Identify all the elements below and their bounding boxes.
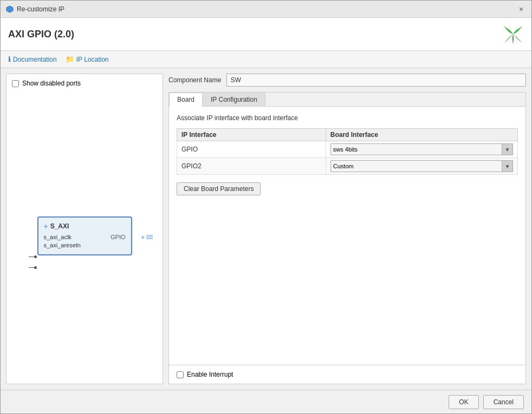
component-name-input[interactable] (226, 74, 526, 87)
main-content: Show disabled ports + (1, 68, 531, 390)
table-row: GPIO2 Custom sws 4bits ▼ (177, 158, 518, 175)
ip-location-link[interactable]: 📁 IP Location (66, 55, 109, 63)
app-header: AXI GPIO (2.0) (1, 18, 531, 51)
tab-board-content: Associate IP interface with board interf… (169, 107, 525, 365)
ok-button[interactable]: OK (449, 395, 478, 409)
ip-block-name: S_AXI (50, 222, 69, 230)
ip-interface-cell-gpio: GPIO (177, 141, 326, 158)
canvas-area: + S_AXI s_axi_aclk GPIO + (12, 94, 157, 378)
show-ports-label: Show disabled ports (22, 80, 81, 87)
component-name-row: Component Name (168, 74, 526, 87)
tab-board[interactable]: Board (169, 93, 203, 107)
col-header-board-interface: Board Interface (326, 129, 517, 141)
footer-bar: OK Cancel (1, 390, 531, 413)
gpio-dropdown-arrow[interactable]: ▼ (502, 143, 513, 155)
board-interface-cell-gpio: sws 4bits Custom ▼ (326, 141, 517, 158)
gpio-board-interface-select[interactable]: sws 4bits Custom (330, 143, 502, 155)
documentation-label: Documentation (13, 56, 57, 63)
show-ports-row: Show disabled ports (12, 80, 157, 87)
show-ports-checkbox[interactable] (12, 80, 19, 87)
folder-icon: 📁 (66, 55, 74, 63)
app-title: AXI GPIO (2.0) (8, 29, 74, 40)
gpio-plus-icon[interactable]: + (141, 233, 145, 241)
dropdown-gpio: sws 4bits Custom ▼ (330, 143, 513, 155)
app-icon (6, 5, 14, 13)
gpio2-board-interface-select[interactable]: Custom sws 4bits (330, 160, 502, 172)
tabs-container: Board IP Configuration Associate IP inte… (168, 92, 526, 384)
board-interface-cell-gpio2: Custom sws 4bits ▼ (326, 158, 517, 175)
table-row: GPIO sws 4bits Custom ▼ (177, 141, 518, 158)
title-text: Re-customize IP (17, 5, 64, 13)
board-description: Associate IP interface with board interf… (177, 114, 518, 122)
left-panel: Show disabled ports + (6, 74, 163, 384)
ip-block: + S_AXI s_axi_aclk GPIO + (37, 216, 132, 255)
enable-interrupt-checkbox[interactable] (177, 371, 184, 378)
gpio2-dropdown-arrow[interactable]: ▼ (502, 160, 513, 172)
clear-board-parameters-button[interactable]: Clear Board Parameters (177, 182, 261, 195)
enable-interrupt-label: Enable Interrupt (187, 371, 233, 378)
nav-bar: ℹ Documentation 📁 IP Location (1, 51, 531, 68)
title-bar-left: Re-customize IP (6, 5, 64, 13)
title-bar: Re-customize IP × (1, 1, 531, 18)
ip-location-label: IP Location (76, 56, 109, 63)
port-row-aclk: s_axi_aclk GPIO + (44, 234, 126, 240)
port-aclk-label: s_axi_aclk (44, 234, 111, 240)
ip-block-header: + S_AXI (44, 222, 126, 231)
tabs-header: Board IP Configuration (169, 93, 525, 107)
port-row-aresetn: s_axi_aresetn (44, 242, 126, 248)
col-header-ip-interface: IP Interface (177, 129, 326, 141)
enable-interrupt-row: Enable Interrupt (169, 365, 525, 384)
info-icon: ℹ (8, 55, 11, 63)
close-button[interactable]: × (516, 4, 526, 14)
dropdown-gpio2: Custom sws 4bits ▼ (330, 160, 513, 172)
ip-interface-cell-gpio2: GPIO2 (177, 158, 326, 175)
expand-icon[interactable]: + (44, 222, 48, 231)
cancel-button[interactable]: Cancel (483, 395, 524, 409)
component-name-label: Component Name (168, 76, 221, 84)
tab-ip-configuration[interactable]: IP Configuration (203, 93, 265, 106)
port-aclk-type: GPIO (111, 234, 126, 240)
right-panel: Component Name Board IP Configuration As… (163, 68, 531, 390)
documentation-link[interactable]: ℹ Documentation (8, 55, 57, 63)
vivado-logo (502, 23, 524, 45)
interface-table: IP Interface Board Interface GPIO (177, 128, 518, 175)
dialog-window: Re-customize IP × AXI GPIO (2.0) ℹ Docum… (0, 0, 532, 414)
svg-marker-0 (7, 6, 13, 12)
port-aresetn-label: s_axi_aresetn (44, 242, 126, 248)
